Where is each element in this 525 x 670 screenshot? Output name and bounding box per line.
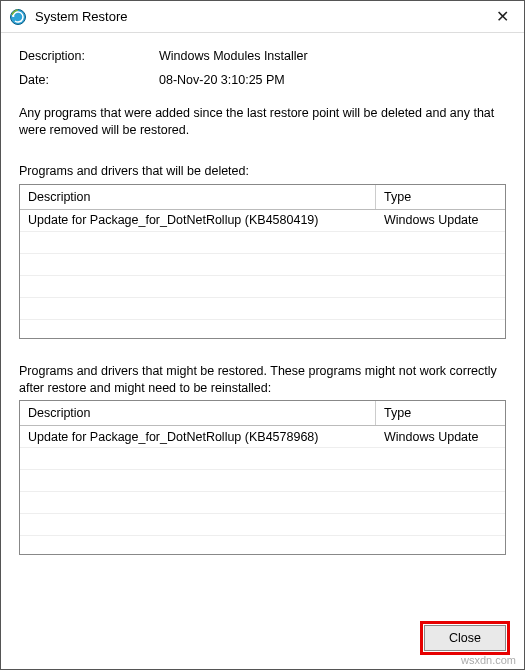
footer: Close — [1, 611, 524, 669]
description-row: Description: Windows Modules Installer — [19, 49, 506, 63]
restored-grid-body: Update for Package_for_DotNetRollup (KB4… — [20, 426, 505, 555]
table-row[interactable]: Update for Package_for_DotNetRollup (KB4… — [20, 210, 505, 232]
info-text: Any programs that were added since the l… — [19, 105, 506, 139]
table-row[interactable]: Update for Package_for_DotNetRollup (KB4… — [20, 426, 505, 448]
system-restore-window: System Restore ✕ Description: Windows Mo… — [0, 0, 525, 670]
window-close-button[interactable]: ✕ — [480, 1, 524, 33]
col-header-type[interactable]: Type — [376, 401, 505, 425]
cell-type: Windows Update — [376, 430, 505, 444]
col-header-type[interactable]: Type — [376, 185, 505, 209]
system-restore-icon — [9, 8, 27, 26]
col-header-description[interactable]: Description — [20, 185, 376, 209]
deleted-grid-body: Update for Package_for_DotNetRollup (KB4… — [20, 210, 505, 339]
deleted-grid-header: Description Type — [20, 185, 505, 210]
description-label: Description: — [19, 49, 159, 63]
titlebar: System Restore ✕ — [1, 1, 524, 33]
table-row — [20, 276, 505, 298]
date-label: Date: — [19, 73, 159, 87]
table-row — [20, 232, 505, 254]
restored-grid-header: Description Type — [20, 401, 505, 426]
table-row — [20, 514, 505, 536]
restored-section-label: Programs and drivers that might be resto… — [19, 363, 506, 397]
table-row — [20, 536, 505, 555]
description-value: Windows Modules Installer — [159, 49, 506, 63]
table-row — [20, 320, 505, 339]
content-area: Description: Windows Modules Installer D… — [1, 33, 524, 611]
window-title: System Restore — [35, 9, 480, 24]
deleted-grid[interactable]: Description Type Update for Package_for_… — [19, 184, 506, 339]
date-row: Date: 08-Nov-20 3:10:25 PM — [19, 73, 506, 87]
cell-description: Update for Package_for_DotNetRollup (KB4… — [20, 430, 376, 444]
deleted-section-label: Programs and drivers that will be delete… — [19, 163, 506, 180]
table-row — [20, 492, 505, 514]
col-header-description[interactable]: Description — [20, 401, 376, 425]
table-row — [20, 254, 505, 276]
cell-type: Windows Update — [376, 213, 505, 227]
close-icon: ✕ — [496, 7, 509, 26]
date-value: 08-Nov-20 3:10:25 PM — [159, 73, 506, 87]
table-row — [20, 448, 505, 470]
table-row — [20, 470, 505, 492]
restored-grid[interactable]: Description Type Update for Package_for_… — [19, 400, 506, 555]
table-row — [20, 298, 505, 320]
cell-description: Update for Package_for_DotNetRollup (KB4… — [20, 213, 376, 227]
close-button[interactable]: Close — [424, 625, 506, 651]
